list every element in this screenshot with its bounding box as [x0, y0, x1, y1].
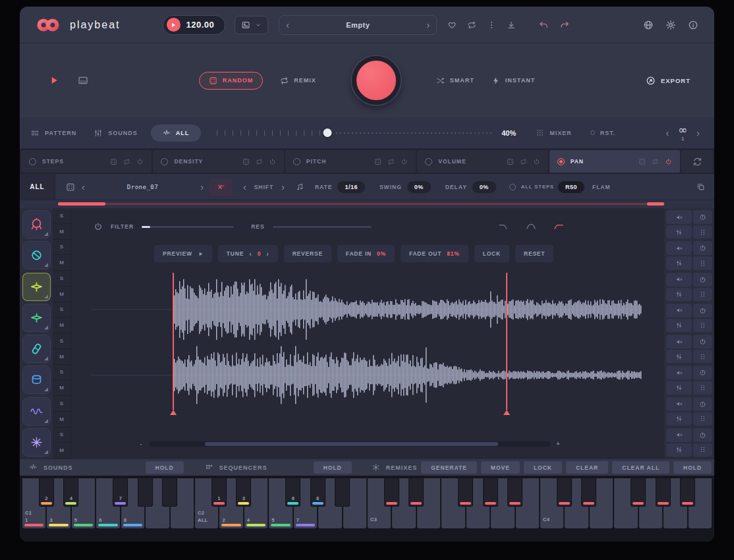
sample-next-button[interactable]: ›: [200, 182, 204, 192]
export-button[interactable]: EXPORT: [646, 76, 691, 86]
all-steps-radio[interactable]: [509, 184, 516, 190]
lock-remix-button[interactable]: LOCK: [524, 461, 562, 474]
track-8-mute-button[interactable]: M: [53, 443, 71, 459]
track-3-hihat-closed-button[interactable]: [22, 273, 51, 301]
community-icon[interactable]: [643, 20, 654, 30]
key-C#1[interactable]: 2: [39, 478, 54, 507]
track-4-mute-button[interactable]: M: [53, 318, 71, 333]
tab-radio[interactable]: [425, 158, 432, 165]
shift-right-button[interactable]: ›: [281, 182, 285, 192]
track-5-output-mute-button[interactable]: [666, 335, 692, 349]
track-6-tom-button[interactable]: [22, 366, 51, 394]
highpass-filter-icon[interactable]: [553, 221, 564, 232]
shift-left-button[interactable]: ‹: [243, 182, 246, 192]
key-F#2[interactable]: 6: [285, 478, 300, 507]
param-tab-pitch[interactable]: PITCH: [285, 150, 416, 173]
instant-button[interactable]: INSTANT: [492, 76, 535, 85]
key-D#1[interactable]: 4: [63, 478, 78, 507]
reverse-button[interactable]: REVERSE: [284, 245, 331, 262]
save-preset-icon[interactable]: [507, 20, 516, 30]
reset-sample-button[interactable]: RESET: [515, 245, 553, 262]
loop-icon[interactable]: [387, 158, 395, 165]
dice-icon[interactable]: [374, 158, 381, 165]
tune-control[interactable]: TUNE ‹ 0 ›: [218, 245, 278, 262]
loop-icon[interactable]: [256, 158, 263, 165]
favorite-icon[interactable]: [447, 20, 457, 30]
waveform-display[interactable]: [91, 271, 642, 412]
lowpass-filter-icon[interactable]: [498, 221, 509, 232]
loop-next-button[interactable]: ›: [696, 128, 700, 138]
key-D#3[interactable]: [409, 478, 424, 507]
power-icon[interactable]: [269, 158, 276, 165]
loop-icon[interactable]: [520, 158, 527, 165]
track-2-mute-button[interactable]: M: [53, 255, 71, 271]
preset-name[interactable]: Empty: [289, 21, 427, 29]
mute-steps-button[interactable]: [209, 179, 233, 196]
global-density-slider[interactable]: [217, 127, 494, 139]
smart-button[interactable]: SMART: [436, 76, 474, 85]
filter-cutoff-slider[interactable]: [142, 226, 234, 228]
track-5-knob-button[interactable]: [693, 335, 712, 349]
track-6-grid-button[interactable]: [693, 381, 712, 394]
key-A#2[interactable]: [335, 478, 350, 507]
tab-radio[interactable]: [557, 158, 565, 165]
delay-value[interactable]: 0%: [472, 181, 496, 193]
slider-knob[interactable]: [324, 128, 332, 137]
sample-random-icon[interactable]: [66, 182, 75, 192]
track-7-knob-button[interactable]: [693, 397, 712, 411]
swing-value[interactable]: 0%: [407, 181, 431, 193]
filter-res-slider[interactable]: [273, 226, 372, 228]
key-A#4[interactable]: [680, 478, 695, 507]
move-button[interactable]: MOVE: [481, 461, 520, 474]
param-tab-pan[interactable]: PAN: [550, 150, 680, 173]
track-7-solo-button[interactable]: S: [53, 396, 71, 412]
clear-button[interactable]: CLEAR: [566, 461, 608, 474]
zoom-in-button[interactable]: +: [554, 441, 562, 447]
track-3-grid-button[interactable]: [693, 288, 712, 301]
key-C#4[interactable]: [557, 478, 572, 507]
track-7-output-mute-button[interactable]: [666, 397, 692, 411]
track-8-output-mute-button[interactable]: [666, 428, 692, 442]
track-4-solo-button[interactable]: S: [53, 302, 71, 318]
remixes-hold-button[interactable]: HOLD: [673, 461, 712, 474]
track-4-knob-button[interactable]: [693, 304, 712, 318]
track-4-faders-button[interactable]: [666, 319, 692, 332]
preset-next-button[interactable]: ›: [427, 20, 430, 30]
track-1-knob-button[interactable]: [693, 210, 712, 224]
track-8-sparkle-button[interactable]: [22, 428, 51, 457]
track-8-knob-button[interactable]: [693, 428, 712, 442]
key-G#4[interactable]: [656, 478, 671, 507]
track-3-knob-button[interactable]: [693, 273, 712, 287]
generate-button[interactable]: GENERATE: [421, 461, 477, 474]
track-3-output-mute-button[interactable]: [666, 273, 692, 287]
keyboard-mode-icon[interactable]: [78, 75, 88, 86]
generate-pad-button[interactable]: [352, 56, 401, 105]
sample-start-marker[interactable]: [173, 273, 174, 410]
mixer-button[interactable]: MIXER: [536, 128, 572, 137]
track-6-solo-button[interactable]: S: [53, 365, 71, 381]
key-D#4[interactable]: [581, 478, 596, 507]
track-2-faders-button[interactable]: [666, 256, 692, 269]
track-5-faders-button[interactable]: [666, 350, 692, 363]
track-1-solo-button[interactable]: S: [53, 208, 71, 224]
track-8-solo-button[interactable]: S: [53, 428, 71, 443]
key-D#2[interactable]: 3: [236, 478, 251, 507]
dice-icon[interactable]: [110, 158, 117, 165]
loop-prev-button[interactable]: ‹: [665, 128, 669, 138]
copy-icon[interactable]: [696, 182, 705, 191]
key-F#4[interactable]: [631, 478, 646, 507]
track-4-output-mute-button[interactable]: [666, 304, 692, 318]
track-1-kick-button[interactable]: [22, 210, 51, 238]
all-steps-value[interactable]: R50: [558, 181, 584, 193]
waveform-scrollbar[interactable]: - +: [137, 440, 562, 448]
power-icon[interactable]: [401, 158, 408, 165]
lock-button[interactable]: LOCK: [474, 245, 509, 262]
rate-value[interactable]: 1/16: [337, 181, 365, 193]
track-5-solo-button[interactable]: S: [53, 333, 71, 349]
clear-all-button[interactable]: CLEAR ALL: [612, 461, 669, 474]
track-5-grid-button[interactable]: [693, 350, 712, 363]
settings-icon[interactable]: [665, 20, 676, 30]
info-icon[interactable]: [688, 20, 698, 30]
tab-radio[interactable]: [293, 158, 300, 165]
tune-up-button[interactable]: ›: [266, 250, 269, 258]
